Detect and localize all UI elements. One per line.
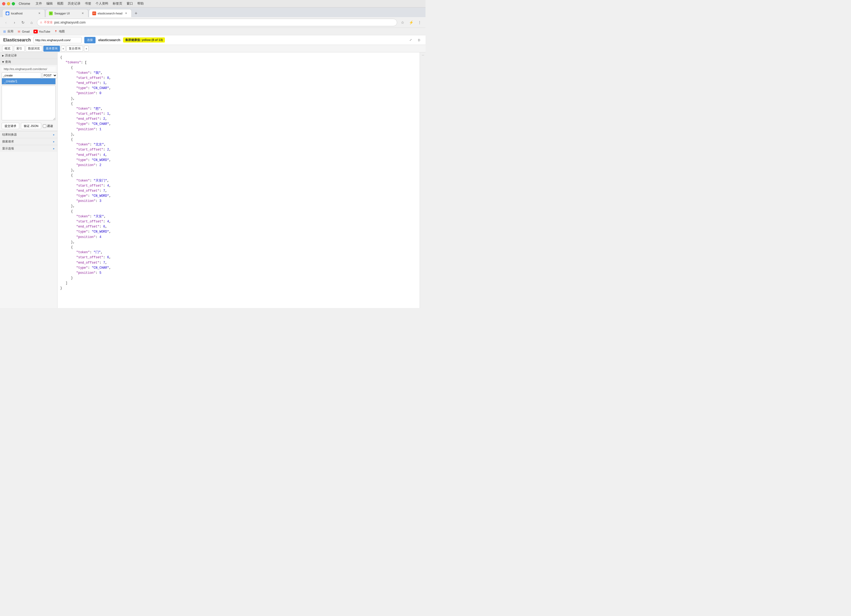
es-nav: 概览 索引 数据浏览 基本查询 + 复合查询 +	[0, 45, 426, 52]
submit-row: 提交请求 验证 JSON 易读	[2, 123, 56, 129]
menu-tabs[interactable]: 标签页	[113, 1, 122, 6]
app-name: Chrome	[19, 2, 30, 6]
history-label: 历史记录	[5, 54, 17, 57]
nav-overview[interactable]: 概览	[2, 46, 13, 52]
minimize-button[interactable]	[7, 2, 10, 5]
tab-close-elastic[interactable]: ✕	[124, 11, 128, 15]
bookmark-star[interactable]: ☆	[399, 19, 406, 25]
menu-window[interactable]: 窗口	[126, 1, 133, 6]
chrome-tabs: ⬤ localhost ✕ S Swagger UI ✕ ES elastics…	[0, 7, 426, 17]
extensions-icon[interactable]: ⚡	[408, 19, 414, 25]
tab-elastic[interactable]: ES elasticsearch-head ✕	[89, 9, 132, 17]
elasticsearch-container: Elasticsearch 连接 elasticsearch 集群健康值: ye…	[0, 35, 426, 308]
history-arrow-icon: ▶	[2, 54, 4, 57]
apps-icon: ⊞	[3, 30, 6, 33]
new-tab-button[interactable]: +	[132, 10, 140, 17]
es-content: { "tokens": [ { "token": "我", "start_off…	[57, 52, 419, 308]
close-button[interactable]	[2, 2, 5, 5]
bookmark-maps[interactable]: 📍 地图	[54, 29, 65, 33]
menu-bar: 文件 编辑 视图 历史记录 书签 个人资料 标签页 窗口 帮助	[36, 1, 144, 6]
json-response: { "tokens": [ { "token": "我", "start_off…	[60, 55, 417, 291]
query-body-textarea[interactable]	[2, 85, 56, 120]
nav-add1[interactable]: +	[61, 46, 65, 52]
menu-view[interactable]: 视图	[57, 1, 63, 6]
nav-index[interactable]: 索引	[14, 46, 25, 52]
query-label: 查询	[5, 60, 11, 64]
bookmark-gmail-label: Gmail	[22, 30, 30, 33]
query-area: http://es.xinghaoyun8.com/demo/ POST GET…	[0, 65, 57, 131]
back-button[interactable]: ‹	[3, 19, 9, 25]
youtube-icon: ▶	[33, 30, 38, 33]
tab-swagger[interactable]: S Swagger UI ✕	[45, 9, 88, 17]
es-header: Elasticsearch 连接 elasticsearch 集群健康值: ye…	[0, 35, 426, 45]
menu-profile[interactable]: 个人资料	[96, 1, 108, 6]
reload-button[interactable]: ↻	[20, 19, 26, 25]
forward-button[interactable]: ›	[11, 19, 18, 25]
history-section: ▶ 历史记录	[0, 52, 57, 59]
es-right-panel: ⋮	[419, 52, 426, 308]
tab-localhost[interactable]: ⬤ localhost ✕	[2, 9, 45, 17]
autocomplete-item[interactable]: _create/1	[2, 78, 56, 84]
result-transformer-header[interactable]: 结果转换器 ►	[0, 131, 57, 138]
es-url-input[interactable]	[33, 37, 82, 43]
search-request-section: 搜索请求 ►	[0, 138, 57, 145]
security-label: 不安全	[44, 20, 53, 24]
tab-label-swagger: Swagger UI	[54, 12, 69, 15]
history-header[interactable]: ▶ 历史记录	[0, 52, 57, 58]
bookmarks-bar: ⊞ 应用 M Gmail ▶ YouTube 📍 地图	[0, 28, 426, 35]
menu-file[interactable]: 文件	[36, 1, 42, 6]
result-transformer-arrow: ►	[53, 133, 55, 136]
search-request-arrow: ►	[53, 140, 55, 143]
query-arrow-icon: ▶	[2, 61, 5, 63]
bookmark-youtube[interactable]: ▶ YouTube	[33, 30, 50, 33]
gmail-icon: M	[17, 30, 21, 33]
tab-close-localhost[interactable]: ✕	[37, 11, 42, 15]
menu-edit[interactable]: 编辑	[46, 1, 53, 6]
result-transformer-label: 结果转换器	[2, 133, 17, 136]
tab-favicon-elastic: ES	[92, 12, 96, 15]
es-main: ▶ 历史记录 ▶ 查询 http://es.xinghaoyun8.com/de…	[0, 52, 426, 308]
es-expand-button[interactable]: ⤢	[407, 37, 414, 43]
es-user-icon[interactable]: D	[416, 37, 422, 43]
url-bar[interactable]: ⚠ 不安全 poc.xinghaoyun8.com	[37, 19, 397, 26]
nav-data-browse[interactable]: 数据浏览	[26, 46, 42, 52]
es-sidebar: ▶ 历史记录 ▶ 查询 http://es.xinghaoyun8.com/de…	[0, 52, 57, 308]
es-health-badge: 集群健康值: yellow (8 of 13)	[123, 37, 165, 42]
menu-bookmarks[interactable]: 书签	[85, 1, 91, 6]
nav-basic-query[interactable]: 基本查询	[44, 46, 60, 52]
query-base-url: http://es.xinghaoyun8.com/demo/	[2, 67, 56, 71]
right-panel-btn1[interactable]: ⋮	[421, 54, 424, 56]
menu-help[interactable]: 帮助	[137, 1, 144, 6]
traffic-lights[interactable]	[2, 2, 15, 5]
es-logo: Elasticsearch	[3, 38, 31, 42]
submit-button[interactable]: 提交请求	[2, 123, 19, 129]
method-row: POST GET PUT DELETE	[2, 72, 56, 78]
nav-add2[interactable]: +	[84, 46, 88, 52]
display-options-header[interactable]: 显示选项 ►	[0, 145, 57, 152]
tab-close-swagger[interactable]: ✕	[81, 11, 85, 15]
method-select[interactable]: POST GET PUT DELETE	[42, 72, 57, 78]
menu-history[interactable]: 历史记录	[68, 1, 81, 6]
menu-icon[interactable]: ⋮	[416, 19, 423, 25]
home-button[interactable]: ⌂	[29, 19, 35, 25]
path-input[interactable]	[2, 72, 41, 78]
title-bar: Chrome 文件 编辑 视图 历史记录 书签 个人资料 标签页 窗口 帮助	[0, 0, 426, 7]
result-transformer-section: 结果转换器 ►	[0, 131, 57, 138]
es-cluster-name: elasticsearch	[98, 38, 120, 42]
tab-favicon-swagger: S	[49, 12, 53, 15]
query-header[interactable]: ▶ 查询	[0, 59, 57, 65]
maps-icon: 📍	[54, 30, 58, 33]
bookmark-apps[interactable]: ⊞ 应用	[3, 29, 14, 33]
easy-read-checkbox[interactable]: 易读	[43, 124, 53, 128]
display-options-arrow: ►	[53, 147, 55, 150]
bookmark-maps-label: 地图	[59, 29, 65, 33]
bookmark-gmail[interactable]: M Gmail	[17, 30, 30, 33]
search-request-header[interactable]: 搜索请求 ►	[0, 138, 57, 145]
nav-compound-query[interactable]: 复合查询	[66, 46, 83, 52]
tab-favicon-localhost: ⬤	[6, 12, 9, 15]
maximize-button[interactable]	[12, 2, 15, 5]
query-section: ▶ 查询 http://es.xinghaoyun8.com/demo/ POS…	[0, 59, 57, 131]
validate-json-button[interactable]: 验证 JSON	[21, 123, 41, 129]
es-connect-button[interactable]: 连接	[84, 37, 96, 43]
display-options-section: 显示选项 ►	[0, 145, 57, 152]
